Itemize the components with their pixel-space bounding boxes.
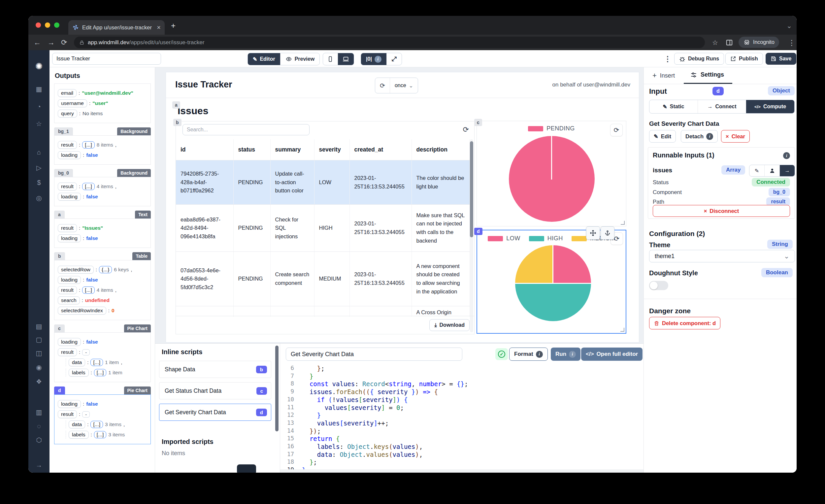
column-header-summary[interactable]: summary — [270, 139, 314, 160]
compute-mode-button[interactable]: </>Compute — [746, 100, 794, 113]
expander-pill[interactable]: [...] — [90, 421, 103, 428]
column-header-description[interactable]: description — [411, 139, 470, 160]
collapse-icon[interactable]: → — [28, 461, 50, 469]
run-button[interactable]: Runi — [551, 348, 581, 361]
github-icon[interactable]: ⬡ — [28, 436, 50, 444]
save-button[interactable]: Save — [766, 53, 796, 65]
open-full-editor-button[interactable]: </>Open full editor — [581, 348, 643, 361]
doughnut-toggle[interactable] — [649, 281, 668, 290]
table-row[interactable]: 07da0553-4e6e-4d56-8ded-5fd0f7d5c3c2PEND… — [176, 252, 470, 306]
edit-script-button[interactable]: ✎Edit — [649, 130, 676, 143]
expander-pill[interactable]: [...] — [90, 359, 103, 366]
component-badge-b[interactable]: b — [173, 119, 181, 126]
column-header-status[interactable]: status — [233, 139, 270, 160]
bookmark-star-icon[interactable]: ☆ — [712, 39, 718, 47]
address-bar[interactable]: app.windmill.dev/apps/edit/u/user/issue-… — [74, 37, 705, 48]
app-name-input[interactable] — [52, 53, 161, 65]
preview-mode-button[interactable]: Preview — [281, 53, 319, 65]
tab-panel-icon[interactable] — [726, 40, 733, 46]
chart-refresh-button[interactable]: ⟳ — [610, 124, 623, 136]
detach-button[interactable]: Detachi — [681, 130, 718, 143]
move-handle[interactable] — [586, 226, 600, 240]
grid-lines-button[interactable]: |0|i — [361, 53, 387, 65]
traffic-close-button[interactable] — [35, 22, 41, 28]
resize-handle[interactable] — [621, 221, 625, 225]
table-row[interactable]: A Cross Origin — [176, 306, 470, 317]
editor-mode-button[interactable]: ✎Editor — [248, 53, 281, 65]
inline-script-item[interactable]: Get Severity Chart Datad — [159, 404, 271, 421]
section-id-tab[interactable]: b — [54, 252, 65, 260]
audit-icon[interactable]: ◉ — [28, 363, 50, 371]
schedules-icon[interactable]: ▤ — [28, 322, 50, 331]
connect-mode-button[interactable]: →Connect — [698, 100, 746, 113]
clear-button[interactable]: ×Clear — [721, 130, 750, 143]
browser-menu-icon[interactable]: ⋮ — [788, 39, 795, 47]
resources-icon[interactable]: ◎ — [28, 194, 50, 202]
collapse-pill[interactable]: - — [82, 411, 90, 418]
column-header-created_at[interactable]: created_at — [350, 139, 411, 160]
folders-icon[interactable]: ▢ — [28, 336, 50, 344]
expander-pill[interactable]: [...] — [94, 431, 106, 438]
table-search-input[interactable] — [182, 124, 309, 135]
expander-pill[interactable]: [...] — [82, 286, 95, 294]
community-icon[interactable]: ◌ — [28, 423, 50, 430]
tab-settings[interactable]: Settings — [690, 71, 724, 78]
expander-pill[interactable]: [...] — [82, 183, 95, 190]
section-id-tab[interactable]: c — [54, 325, 65, 332]
new-tab-button[interactable]: + — [171, 22, 175, 29]
tab-list-chevron-icon[interactable]: ⌄ — [786, 22, 792, 30]
section-id-tab[interactable]: bg_1 — [54, 127, 73, 135]
static-mode-button[interactable]: ✎Static — [650, 100, 698, 113]
inline-script-item[interactable]: Get Status Chart Datac — [159, 382, 271, 400]
legend-item[interactable]: PENDING — [528, 125, 575, 132]
reload-icon[interactable]: ⟳ — [61, 38, 67, 47]
forward-icon[interactable]: → — [48, 38, 55, 47]
format-button[interactable]: Formati — [509, 348, 548, 361]
mobile-view-button[interactable] — [323, 53, 338, 65]
tab-close-icon[interactable]: × — [157, 24, 161, 31]
debug-runs-button[interactable]: Debug Runs — [674, 53, 724, 65]
table-row[interactable]: 794208f5-2735-428a-b4af-b071ff0a2962PEND… — [176, 160, 470, 205]
table-refresh-icon[interactable]: ⟳ — [463, 126, 469, 134]
groups-icon[interactable]: ◫ — [28, 349, 50, 357]
user-mode-button[interactable] — [765, 165, 780, 176]
table-scrollbar-thumb[interactable] — [470, 141, 473, 237]
fullscreen-button[interactable]: ⤢ — [387, 53, 401, 65]
static-mode-button[interactable]: ✎ — [749, 165, 765, 176]
tab-insert[interactable]: +Insert — [653, 71, 675, 80]
desktop-view-button[interactable] — [338, 53, 354, 65]
column-header-severity[interactable]: severity — [314, 139, 350, 160]
expander-pill[interactable]: {...} — [99, 266, 112, 273]
section-id-tab[interactable]: bg_0 — [54, 169, 73, 177]
table-row[interactable]: eaba8d96-e387-4d2d-8494-096e4143b8faPEND… — [176, 205, 470, 252]
runs-icon[interactable]: ▷ — [28, 164, 50, 172]
connect-mode-button[interactable]: → — [780, 165, 795, 176]
status-pie-card[interactable]: PENDING ⟳ — [476, 121, 626, 226]
back-icon[interactable]: ← — [34, 38, 41, 47]
apps-icon[interactable]: ▦ — [28, 85, 50, 93]
browser-tab[interactable]: Edit App u/user/issue-tracker | × — [68, 20, 165, 34]
docs-icon[interactable]: ▥ — [28, 408, 50, 416]
component-badge-d[interactable]: d — [474, 228, 482, 235]
component-badge-c[interactable]: c — [474, 119, 482, 126]
expander-pill[interactable]: [...] — [94, 369, 106, 376]
traffic-zoom-button[interactable] — [54, 22, 59, 28]
traffic-minimize-button[interactable] — [45, 22, 50, 28]
legend-item[interactable]: HIGH — [529, 235, 563, 242]
script-name-input[interactable] — [286, 348, 462, 361]
expander-pill[interactable]: [...] — [82, 141, 95, 149]
legend-item[interactable]: LOW — [488, 235, 520, 242]
app-refresh-button[interactable]: ⟳ — [375, 78, 390, 93]
hidden-button[interactable] — [237, 464, 256, 473]
theme-select[interactable]: theme1 ⌄ — [649, 250, 795, 263]
variables-icon[interactable]: $ — [28, 179, 50, 187]
resize-handle[interactable] — [620, 328, 624, 332]
delete-component-button[interactable]: Delete component: d — [649, 317, 721, 330]
scripts-scrollbar-thumb[interactable] — [275, 346, 279, 431]
publish-button[interactable]: Publish — [725, 53, 763, 65]
home-icon[interactable]: ⌂ — [28, 149, 50, 156]
section-id-tab[interactable]: d — [54, 386, 65, 394]
schedule-dropdown[interactable]: once⌄ — [390, 78, 418, 93]
severity-pie-card[interactable]: ⟳ LOWHIGHMEDIUM — [476, 230, 626, 334]
download-button[interactable]: ⤓Download — [429, 319, 470, 331]
